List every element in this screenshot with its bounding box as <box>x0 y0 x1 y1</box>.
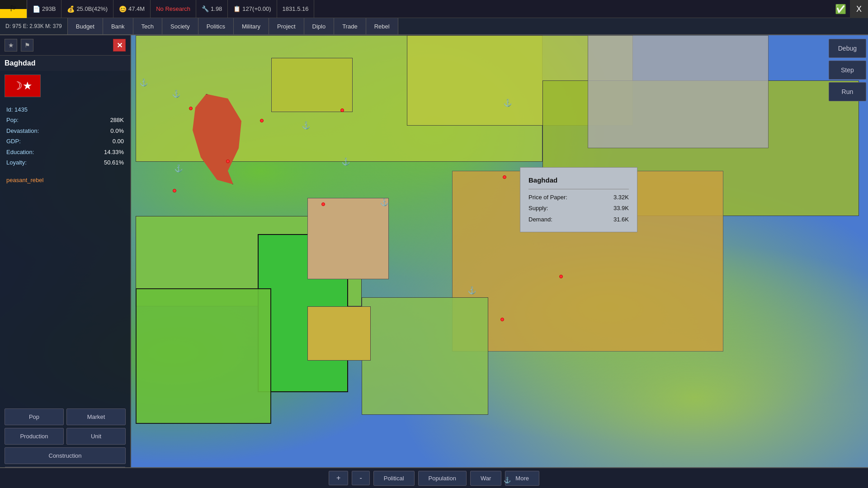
nav-rebel[interactable]: Rebel <box>366 18 398 34</box>
nav-project[interactable]: Project <box>269 18 304 34</box>
budget-stat: 📄 293B <box>27 0 61 18</box>
red-dot-4 <box>173 189 176 192</box>
pop-row: Pop: 288K <box>6 115 124 125</box>
tooltip-demand-label: Demand: <box>528 214 552 225</box>
red-dot-2 <box>260 119 264 122</box>
territory-gray <box>588 35 769 148</box>
red-dot-1 <box>189 107 193 110</box>
sword-stat: 🔧 1.98 <box>196 0 228 18</box>
rebel-label: peasant_rebel <box>0 173 130 187</box>
unit-button[interactable]: Unit <box>66 428 126 445</box>
supply-icon-5: ⚓ <box>341 157 350 166</box>
pop-stat: 😊 47.4M <box>113 0 151 18</box>
close-button[interactable]: X <box>850 0 868 18</box>
territory-desert <box>307 306 371 361</box>
tooltip-price-label: Price of Paper: <box>528 192 567 203</box>
tooltip-supply-val: 33.9K <box>613 203 629 214</box>
pop-val: 288K <box>110 115 124 125</box>
territory-west-africa <box>136 288 271 424</box>
nav-military[interactable]: Military <box>234 18 269 34</box>
date-stat: 1831.5.16 <box>277 0 315 18</box>
tooltip-title: Baghdad <box>528 174 629 189</box>
education-val: 14.33% <box>104 147 124 157</box>
doc-value: 127(+0.00) <box>242 5 271 12</box>
nav-budget[interactable]: Budget <box>68 18 103 34</box>
country-flag-box: 🏳 <box>0 0 27 18</box>
close-panel-button[interactable]: ✕ <box>113 39 126 52</box>
pop-value: 47.4M <box>128 5 145 12</box>
flag-button[interactable]: ⚑ <box>21 39 33 52</box>
supply-icon-7: ⚓ <box>467 286 476 295</box>
topbar: 🏳 📄 293B 💰 25.0B(42%) 😊 47.4M No Researc… <box>0 0 868 18</box>
tooltip: Baghdad Price of Paper: 3.32K Supply: 33… <box>520 167 637 232</box>
star-button[interactable]: ★ <box>5 39 17 52</box>
construction-button[interactable]: Construction <box>5 447 126 464</box>
red-dot-5 <box>340 108 344 112</box>
zoom-out-button[interactable]: - <box>352 471 369 485</box>
market-button[interactable]: Market <box>66 408 126 425</box>
nav-society[interactable]: Society <box>162 18 198 34</box>
red-dot-3 <box>226 160 230 163</box>
city-info: Id: 1435 Pop: 288K Devastation: 0.0% GDP… <box>0 101 130 171</box>
run-button[interactable]: Run <box>829 82 866 101</box>
debug-button[interactable]: Debug <box>829 39 866 58</box>
tooltip-price-val: 3.32K <box>613 192 629 203</box>
navbar: D: 975 E: 2.93K M: 379 Budget Bank Tech … <box>0 18 868 35</box>
red-dot-7 <box>503 175 506 179</box>
right-buttons: Debug Step Run <box>827 35 868 105</box>
nav-tech[interactable]: Tech <box>133 18 162 34</box>
bottom-supply-icon: ⚓ <box>504 477 511 483</box>
supply-icon-4: ⚓ <box>302 121 311 130</box>
nav-politics[interactable]: Politics <box>198 18 234 34</box>
money-stat: 💰 25.0B(42%) <box>61 0 113 18</box>
nav-bank[interactable]: Bank <box>103 18 133 34</box>
red-dot-8 <box>559 275 563 278</box>
nav-diplo[interactable]: Diplo <box>304 18 335 34</box>
devastation-row: Devastation: 0.0% <box>6 126 124 136</box>
zoom-in-button[interactable]: + <box>329 471 348 485</box>
education-row: Education: 14.33% <box>6 147 124 157</box>
territory-central <box>362 297 488 415</box>
supply-icon-6: ⚓ <box>380 198 389 206</box>
loyalty-label: Loyalty: <box>6 157 27 168</box>
checkmark-icon[interactable]: ✅ <box>835 4 846 14</box>
turkey-flag: ☽★ <box>5 75 41 97</box>
gdp-label: GDP: <box>6 136 21 146</box>
territory-balkan <box>271 58 353 112</box>
date-value: 1831.5.16 <box>283 5 309 12</box>
nav-trade[interactable]: Trade <box>334 18 366 34</box>
tooltip-price-row: Price of Paper: 3.32K <box>528 192 629 203</box>
tooltip-supply-label: Supply: <box>528 203 548 214</box>
red-dot-9 <box>500 318 504 321</box>
left-panel: ★ ⚑ ✕ Baghdad ☽★ Id: 1435 Pop: 288K Deva… <box>0 35 131 488</box>
supply-icon-8: ⚓ <box>503 99 512 107</box>
devastation-label: Devastation: <box>6 126 39 136</box>
id-row: Id: 1435 <box>6 104 124 115</box>
coordinates-label: D: 975 E: 2.93K M: 379 <box>0 18 68 34</box>
territory-egypt <box>307 198 389 279</box>
tooltip-demand-row: Demand: 31.6K <box>528 214 629 225</box>
devastation-val: 0.0% <box>110 126 124 136</box>
education-label: Education: <box>6 147 34 157</box>
loyalty-val: 50.61% <box>104 157 124 168</box>
flag-symbol: ☽★ <box>13 80 33 92</box>
supply-icon-2: ⚓ <box>174 164 183 173</box>
step-button[interactable]: Step <box>829 61 866 80</box>
doc-stat: 📋 127(+0.00) <box>228 0 277 18</box>
id-label: Id: 1435 <box>6 104 28 115</box>
gdp-val: 0.00 <box>113 136 124 146</box>
panel-header: ★ ⚑ ✕ <box>0 35 130 56</box>
production-button[interactable]: Production <box>5 428 64 445</box>
pop-button[interactable]: Pop <box>5 408 64 425</box>
supply-icon-3: ⚓ <box>172 89 181 98</box>
population-map-button[interactable]: Population <box>418 471 467 486</box>
war-map-button[interactable]: War <box>470 471 501 486</box>
bottombar: + - Political Population War More ⚓ <box>0 467 868 488</box>
red-dot-6 <box>321 202 325 206</box>
money-value: 25.0B(42%) <box>76 5 108 12</box>
loyalty-row: Loyalty: 50.61% <box>6 157 124 168</box>
city-name: Baghdad <box>0 56 130 71</box>
tooltip-demand-val: 31.6K <box>613 214 629 225</box>
sword-value: 1.98 <box>211 5 222 12</box>
political-map-button[interactable]: Political <box>373 471 415 486</box>
